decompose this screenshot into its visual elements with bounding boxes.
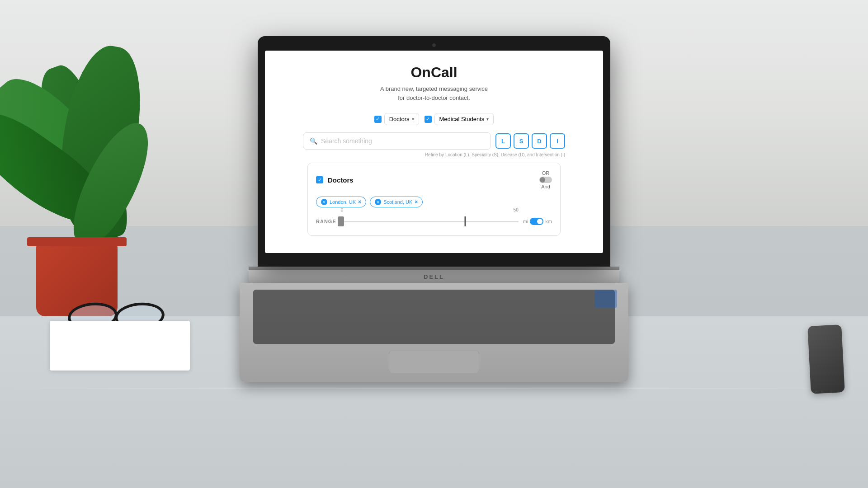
or-label: OR — [542, 170, 550, 176]
or-and-toggle: OR And — [539, 170, 552, 189]
filter-buttons-group: L S D I — [495, 133, 565, 149]
unit-thumb — [537, 219, 542, 224]
toggle-thumb — [540, 177, 545, 183]
app-subtitle: A brand new, targeted messaging service … — [380, 84, 488, 102]
filter-btn-s[interactable]: S — [514, 133, 529, 149]
range-values: 0 50 — [341, 207, 519, 212]
plant-decoration — [0, 9, 208, 316]
results-checkbox[interactable]: ✓ — [316, 176, 323, 183]
range-label: RANGE — [316, 219, 336, 224]
filter-btn-i[interactable]: I — [550, 133, 565, 149]
tag-scotland-label: Scotland, UK — [383, 199, 412, 205]
or-and-toggle-switch[interactable] — [539, 177, 552, 183]
filter-btn-l[interactable]: L — [495, 133, 511, 149]
results-card-title: Doctors — [328, 176, 535, 184]
notepad-decoration — [50, 321, 190, 371]
keyboard-keys — [253, 290, 615, 344]
laptop-keyboard-base — [240, 283, 628, 382]
doctors-dropdown-chevron: ▾ — [412, 117, 414, 122]
and-label: And — [541, 184, 550, 189]
laptop-hinge — [249, 267, 619, 270]
tag-scotland-icon: R — [375, 199, 381, 205]
range-unit: mi km — [523, 218, 552, 225]
students-dropdown-chevron: ▾ — [486, 117, 489, 122]
doctors-checkbox[interactable]: ✓ — [374, 116, 382, 123]
students-checkbox[interactable]: ✓ — [425, 116, 432, 123]
keyboard-accent-key — [594, 290, 617, 308]
range-fill — [341, 221, 465, 222]
range-thumb-left[interactable] — [338, 216, 344, 226]
range-min-value: 0 — [341, 207, 344, 212]
tag-scotland-close[interactable]: × — [415, 199, 418, 205]
location-tags-row: R London, UK × R Scotland, UK × — [316, 197, 552, 207]
app-title: OnCall — [410, 64, 457, 81]
range-row: RANGE 0 50 — [316, 215, 552, 228]
filter-btn-d[interactable]: D — [532, 133, 547, 149]
results-card: ✓ Doctors OR And — [307, 163, 561, 236]
laptop-brand-label: DELL — [424, 273, 444, 280]
search-box[interactable]: 🔍 Search something — [303, 132, 491, 150]
tag-london-icon: R — [321, 199, 327, 205]
filter-group-students: ✓ Medical Students ▾ — [425, 113, 494, 125]
laptop-camera — [432, 43, 436, 47]
touchpad[interactable] — [389, 351, 479, 373]
tag-scotland[interactable]: R Scotland, UK × — [370, 197, 423, 207]
phone-decoration — [807, 324, 845, 394]
filter-row: ✓ Doctors ▾ ✓ Medical Students — [374, 113, 494, 125]
unit-toggle-switch[interactable] — [530, 218, 543, 225]
range-km-label: km — [545, 219, 552, 224]
tag-london[interactable]: R London, UK × — [316, 197, 366, 207]
range-mi-label: mi — [523, 219, 528, 224]
search-placeholder: Search something — [321, 137, 372, 145]
students-dropdown[interactable]: Medical Students ▾ — [434, 113, 494, 125]
app-container: OnCall A brand new, targeted messaging s… — [265, 51, 603, 253]
tag-london-label: London, UK — [330, 199, 356, 205]
refine-hint: Refine by Location (L), Speciality (S), … — [303, 152, 565, 157]
desk-reflection — [0, 388, 868, 389]
range-track — [341, 221, 519, 222]
results-header: ✓ Doctors OR And — [316, 170, 552, 189]
filter-group-doctors: ✓ Doctors ▾ — [374, 113, 419, 125]
laptop: OnCall A brand new, targeted messaging s… — [258, 36, 610, 382]
laptop-screen-outer: OnCall A brand new, targeted messaging s… — [258, 36, 610, 267]
search-row: 🔍 Search something L S D I — [303, 132, 565, 150]
laptop-screen: OnCall A brand new, targeted messaging s… — [265, 51, 603, 253]
search-icon: 🔍 — [310, 137, 317, 145]
range-max-value: 50 — [514, 207, 519, 212]
range-thumb-right[interactable] — [464, 216, 466, 226]
laptop-base: DELL — [249, 270, 619, 283]
doctors-dropdown[interactable]: Doctors ▾ — [384, 113, 419, 125]
range-slider[interactable]: 0 50 — [341, 215, 519, 228]
tag-london-close[interactable]: × — [358, 199, 361, 205]
